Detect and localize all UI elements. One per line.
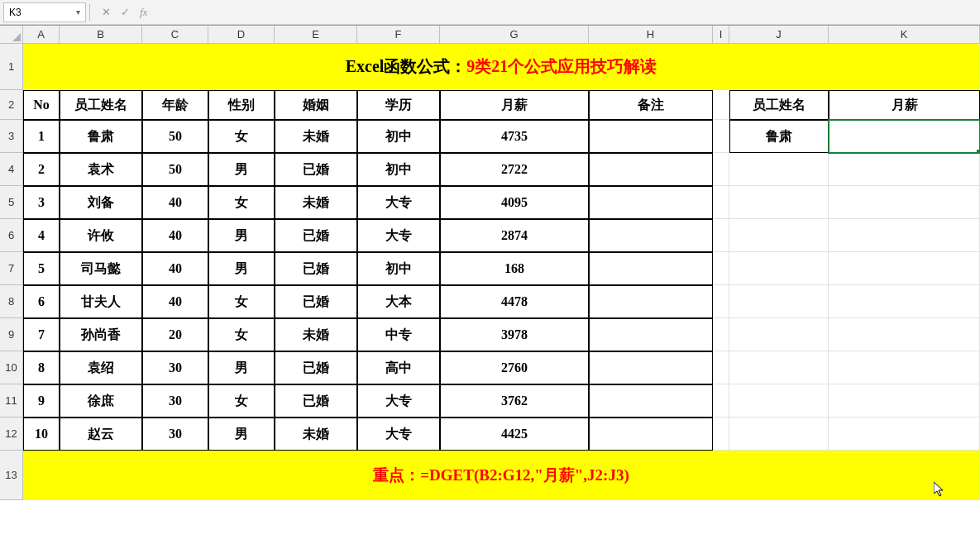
cell-no[interactable]: 9 xyxy=(23,384,60,418)
col-header-J[interactable]: J xyxy=(729,26,829,44)
cell-J10[interactable] xyxy=(729,351,829,384)
cancel-icon[interactable]: ✕ xyxy=(102,6,111,18)
cell-J7[interactable] xyxy=(729,252,829,285)
cell-marriage[interactable]: 未婚 xyxy=(275,418,357,451)
header-age[interactable]: 年龄 xyxy=(142,90,208,120)
col-header-C[interactable]: C xyxy=(142,26,208,44)
cell-name[interactable]: 孙尚香 xyxy=(60,318,142,351)
cell-gender[interactable]: 男 xyxy=(208,153,275,186)
header-salary[interactable]: 月薪 xyxy=(440,90,589,120)
cell-remark[interactable] xyxy=(589,418,713,451)
cell-K4[interactable] xyxy=(829,153,980,186)
cell-education[interactable]: 初中 xyxy=(357,153,440,186)
cell-education[interactable]: 大专 xyxy=(357,186,440,219)
cell-salary[interactable]: 4425 xyxy=(440,418,589,451)
row-header-1[interactable]: 1 xyxy=(0,44,23,90)
cell-J9[interactable] xyxy=(729,318,829,351)
header-remark[interactable]: 备注 xyxy=(589,90,713,120)
cell-age[interactable]: 30 xyxy=(142,351,208,384)
fx-icon[interactable]: fx xyxy=(140,6,147,19)
cell-remark[interactable] xyxy=(589,219,713,252)
cell-I9[interactable] xyxy=(713,318,729,351)
cell-name[interactable]: 鲁肃 xyxy=(60,120,142,153)
cell-marriage[interactable]: 已婚 xyxy=(275,384,357,418)
cell-K12[interactable] xyxy=(829,418,980,451)
cell-education[interactable]: 高中 xyxy=(357,351,440,384)
cell-no[interactable]: 7 xyxy=(23,318,60,351)
cell-K7[interactable] xyxy=(829,252,980,285)
cell-I11[interactable] xyxy=(713,384,729,418)
col-header-H[interactable]: H xyxy=(589,26,713,44)
cell-I5[interactable] xyxy=(713,186,729,219)
row-header-11[interactable]: 11 xyxy=(0,384,23,418)
header-lookup-name[interactable]: 员工姓名 xyxy=(729,90,829,120)
cell-K10[interactable] xyxy=(829,351,980,384)
name-box[interactable]: K3 ▾ xyxy=(3,2,86,22)
cell-no[interactable]: 2 xyxy=(23,153,60,186)
cell-I7[interactable] xyxy=(713,252,729,285)
cell-salary[interactable]: 4095 xyxy=(440,186,589,219)
row-header-10[interactable]: 10 xyxy=(0,351,23,384)
cell-gender[interactable]: 女 xyxy=(208,120,275,153)
row-header-3[interactable]: 3 xyxy=(0,120,23,153)
row-header-2[interactable]: 2 xyxy=(0,90,23,120)
cell-education[interactable]: 中专 xyxy=(357,318,440,351)
cell-name[interactable]: 司马懿 xyxy=(60,252,142,285)
row-header-7[interactable]: 7 xyxy=(0,252,23,285)
cell-marriage[interactable]: 已婚 xyxy=(275,153,357,186)
cell-age[interactable]: 50 xyxy=(142,153,208,186)
row-header-13[interactable]: 13 xyxy=(0,451,23,500)
cell-salary[interactable]: 2874 xyxy=(440,219,589,252)
cell-remark[interactable] xyxy=(589,318,713,351)
cell-name[interactable]: 许攸 xyxy=(60,219,142,252)
cell-K9[interactable] xyxy=(829,318,980,351)
cell-education[interactable]: 大专 xyxy=(357,219,440,252)
cell-J12[interactable] xyxy=(729,418,829,451)
cell-remark[interactable] xyxy=(589,351,713,384)
row-header-5[interactable]: 5 xyxy=(0,186,23,219)
cell-salary[interactable]: 4735 xyxy=(440,120,589,153)
cell-age[interactable]: 50 xyxy=(142,120,208,153)
cell-education[interactable]: 大本 xyxy=(357,285,440,318)
cell-salary[interactable]: 4478 xyxy=(440,285,589,318)
cell-name[interactable]: 袁术 xyxy=(60,153,142,186)
header-name[interactable]: 员工姓名 xyxy=(60,90,142,120)
cell-education[interactable]: 初中 xyxy=(357,252,440,285)
cell-name[interactable]: 甘夫人 xyxy=(60,285,142,318)
cell-name[interactable]: 袁绍 xyxy=(60,351,142,384)
chevron-down-icon[interactable]: ▾ xyxy=(76,7,80,17)
cell-marriage[interactable]: 未婚 xyxy=(275,318,357,351)
cell-name[interactable]: 刘备 xyxy=(60,186,142,219)
cell-age[interactable]: 40 xyxy=(142,285,208,318)
col-header-E[interactable]: E xyxy=(275,26,357,44)
cell-salary[interactable]: 2760 xyxy=(440,351,589,384)
cell-J11[interactable] xyxy=(729,384,829,418)
cell-age[interactable]: 40 xyxy=(142,219,208,252)
cell-salary[interactable]: 3978 xyxy=(440,318,589,351)
cell-K5[interactable] xyxy=(829,186,980,219)
cell-no[interactable]: 4 xyxy=(23,219,60,252)
formula-input[interactable] xyxy=(155,2,977,22)
cell-no[interactable]: 1 xyxy=(23,120,60,153)
col-header-I[interactable]: I xyxy=(713,26,729,44)
cell-no[interactable]: 3 xyxy=(23,186,60,219)
row-header-9[interactable]: 9 xyxy=(0,318,23,351)
title-cell[interactable]: Excel函数公式： 9类21个公式应用技巧解读 xyxy=(23,44,980,90)
cell-K8[interactable] xyxy=(829,285,980,318)
cell-gender[interactable]: 女 xyxy=(208,186,275,219)
cell-remark[interactable] xyxy=(589,153,713,186)
row-header-6[interactable]: 6 xyxy=(0,219,23,252)
cell-gender[interactable]: 女 xyxy=(208,318,275,351)
cell-I4[interactable] xyxy=(713,153,729,186)
row-header-8[interactable]: 8 xyxy=(0,285,23,318)
cell-no[interactable]: 8 xyxy=(23,351,60,384)
col-header-F[interactable]: F xyxy=(357,26,440,44)
cell-remark[interactable] xyxy=(589,285,713,318)
cell-salary[interactable]: 168 xyxy=(440,252,589,285)
cell-J6[interactable] xyxy=(729,219,829,252)
cell-marriage[interactable]: 已婚 xyxy=(275,252,357,285)
cell-remark[interactable] xyxy=(589,186,713,219)
cell-marriage[interactable]: 未婚 xyxy=(275,186,357,219)
cell-gender[interactable]: 男 xyxy=(208,219,275,252)
cell-no[interactable]: 5 xyxy=(23,252,60,285)
